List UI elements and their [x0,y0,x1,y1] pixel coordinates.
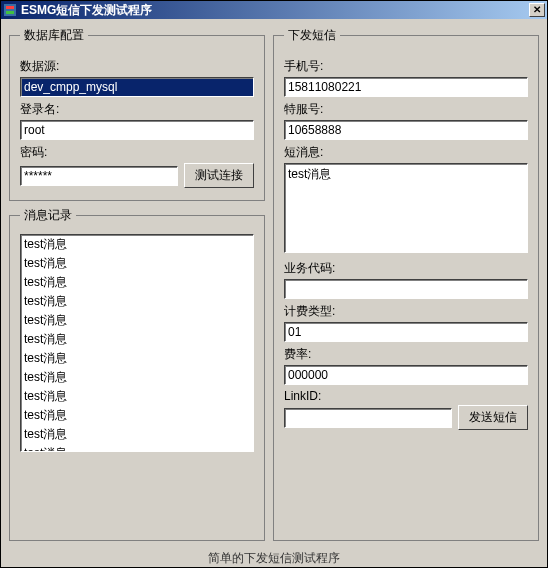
send-button[interactable]: 发送短信 [458,405,528,430]
rate-label: 费率: [284,346,528,363]
fee-type-input[interactable]: 01 [284,322,528,342]
list-item[interactable]: test消息 [21,292,253,311]
list-item[interactable]: test消息 [21,311,253,330]
linkid-label: LinkID: [284,389,528,403]
titlebar: ESMG短信下发测试程序 ✕ [1,1,547,19]
list-item[interactable]: test消息 [21,349,253,368]
list-item[interactable]: test消息 [21,444,253,452]
right-column: 下发短信 手机号: 15811080221 特服号: 10658888 短消息:… [273,27,539,541]
list-item[interactable]: test消息 [21,425,253,444]
spnum-input[interactable]: 10658888 [284,120,528,140]
list-item[interactable]: test消息 [21,368,253,387]
list-item[interactable]: test消息 [21,235,253,254]
login-label: 登录名: [20,101,254,118]
client-area: 数据库配置 数据源: dev_cmpp_mysql 登录名: root 密码: … [1,19,547,549]
svg-rect-1 [6,6,14,9]
svg-rect-0 [4,4,16,16]
app-window: ESMG短信下发测试程序 ✕ 数据库配置 数据源: dev_cmpp_mysql… [0,0,548,568]
svg-rect-2 [6,11,14,14]
datasource-input[interactable]: dev_cmpp_mysql [20,77,254,97]
list-item[interactable]: test消息 [21,387,253,406]
password-label: 密码: [20,144,254,161]
biz-input[interactable] [284,279,528,299]
msg-label: 短消息: [284,144,528,161]
datasource-label: 数据源: [20,58,254,75]
db-config-legend: 数据库配置 [20,27,88,44]
log-listbox[interactable]: test消息test消息test消息test消息test消息test消息test… [20,234,254,452]
login-input[interactable]: root [20,120,254,140]
linkid-input[interactable] [284,408,452,428]
rate-input[interactable]: 000000 [284,365,528,385]
list-item[interactable]: test消息 [21,254,253,273]
window-title: ESMG短信下发测试程序 [21,2,529,19]
send-group: 下发短信 手机号: 15811080221 特服号: 10658888 短消息:… [273,27,539,541]
log-group: 消息记录 test消息test消息test消息test消息test消息test消… [9,207,265,541]
fee-type-label: 计费类型: [284,303,528,320]
msg-textarea[interactable] [284,163,528,253]
biz-label: 业务代码: [284,260,528,277]
list-item[interactable]: test消息 [21,330,253,349]
db-config-group: 数据库配置 数据源: dev_cmpp_mysql 登录名: root 密码: … [9,27,265,201]
test-connection-button[interactable]: 测试连接 [184,163,254,188]
list-item[interactable]: test消息 [21,406,253,425]
send-legend: 下发短信 [284,27,340,44]
app-icon [3,3,17,17]
list-item[interactable]: test消息 [21,273,253,292]
phone-input[interactable]: 15811080221 [284,77,528,97]
spnum-label: 特服号: [284,101,528,118]
log-legend: 消息记录 [20,207,76,224]
close-button[interactable]: ✕ [529,3,545,17]
password-input[interactable]: ****** [20,166,178,186]
left-column: 数据库配置 数据源: dev_cmpp_mysql 登录名: root 密码: … [9,27,265,541]
footer-text: 简单的下发短信测试程序 [1,549,547,567]
phone-label: 手机号: [284,58,528,75]
